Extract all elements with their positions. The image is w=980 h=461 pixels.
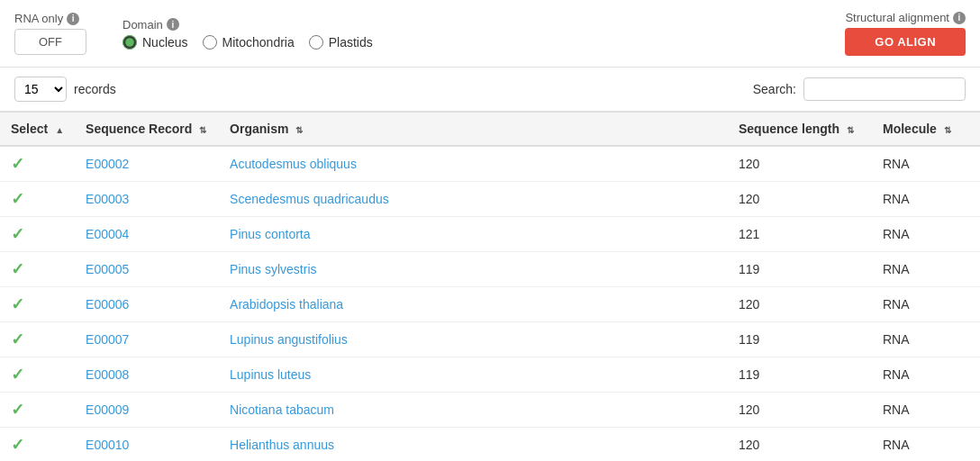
select-cell[interactable]: ✓ [0, 287, 75, 322]
domain-label: Domain i [122, 18, 373, 32]
molecule-cell: RNA [872, 322, 980, 357]
organism-cell[interactable]: Acutodesmus obliquus [219, 146, 728, 182]
domain-radio-group: Nucleus Mitochondria Plastids [122, 35, 373, 50]
sequence-length-cell: 120 [728, 428, 872, 462]
sort-arrow-select: ▲ [55, 125, 64, 135]
table-row: ✓E00008Lupinus luteus119RNA [0, 357, 980, 393]
molecule-cell: RNA [872, 217, 980, 252]
search-right: Search: [753, 77, 966, 101]
nucleus-label: Nucleus [142, 35, 188, 50]
molecule-cell: RNA [872, 287, 980, 322]
rna-only-info-icon[interactable]: i [67, 13, 79, 25]
rna-only-section: RNA only i OFF [14, 12, 86, 55]
radio-plastids[interactable]: Plastids [309, 35, 373, 50]
rna-only-text: RNA only [14, 12, 63, 25]
mitochondria-label: Mitochondria [222, 35, 295, 50]
table-controls: 10 15 25 50 100 records Search: [0, 68, 980, 112]
data-table: Select ▲ Sequence Record ⇅ Organism ⇅ Se… [0, 112, 980, 461]
top-bar: RNA only i OFF Domain i Nucleus Mitochon… [0, 0, 980, 68]
sequence-record-cell[interactable]: E00007 [75, 322, 219, 357]
sort-arrow-len: ⇅ [847, 125, 854, 135]
sequence-length-cell: 119 [728, 322, 872, 357]
checkmark-icon: ✓ [11, 330, 24, 348]
organism-cell[interactable]: Nicotiana tabacum [219, 393, 728, 428]
structural-text: Structural alignment [845, 11, 949, 24]
sequence-length-cell: 120 [728, 146, 872, 182]
organism-cell[interactable]: Arabidopsis thaliana [219, 287, 728, 322]
checkmark-icon: ✓ [11, 295, 24, 313]
table-row: ✓E00002Acutodesmus obliquus120RNA [0, 146, 980, 182]
search-input[interactable] [803, 77, 966, 101]
sequence-record-cell[interactable]: E00006 [75, 287, 219, 322]
table-row: ✓E00006Arabidopsis thaliana120RNA [0, 287, 980, 322]
sequence-record-cell[interactable]: E00004 [75, 217, 219, 252]
plastids-label: Plastids [329, 35, 373, 50]
select-cell[interactable]: ✓ [0, 217, 75, 252]
table-header-row: Select ▲ Sequence Record ⇅ Organism ⇅ Se… [0, 113, 980, 147]
structural-info-icon[interactable]: i [953, 12, 966, 24]
table-row: ✓E00007Lupinus angustifolius119RNA [0, 322, 980, 357]
table-row: ✓E00009Nicotiana tabacum120RNA [0, 393, 980, 428]
sequence-record-cell[interactable]: E00010 [75, 428, 219, 462]
checkmark-icon: ✓ [11, 366, 24, 384]
go-align-button[interactable]: GO ALIGN [845, 28, 966, 56]
table-row: ✓E00003Scenedesmus quadricaudus120RNA [0, 182, 980, 217]
sequence-record-cell[interactable]: E00005 [75, 252, 219, 287]
sequence-length-cell: 120 [728, 393, 872, 428]
sequence-length-cell: 119 [728, 357, 872, 393]
molecule-cell: RNA [872, 146, 980, 182]
rna-only-label: RNA only i [14, 12, 86, 25]
col-header-select[interactable]: Select ▲ [0, 113, 75, 147]
records-per-page-select[interactable]: 10 15 25 50 100 [14, 77, 67, 102]
records-label: records [74, 82, 116, 96]
domain-info-icon[interactable]: i [167, 18, 179, 31]
organism-cell[interactable]: Pinus contorta [219, 217, 728, 252]
sequence-length-cell: 121 [728, 217, 872, 252]
organism-cell[interactable]: Helianthus annuus [219, 428, 728, 462]
select-cell[interactable]: ✓ [0, 146, 75, 182]
records-left: 10 15 25 50 100 records [14, 77, 116, 102]
select-cell[interactable]: ✓ [0, 252, 75, 287]
select-cell[interactable]: ✓ [0, 357, 75, 393]
sequence-record-cell[interactable]: E00002 [75, 146, 219, 182]
organism-cell[interactable]: Lupinus angustifolius [219, 322, 728, 357]
radio-mitochondria[interactable]: Mitochondria [203, 35, 295, 50]
sequence-record-cell[interactable]: E00009 [75, 393, 219, 428]
sequence-record-cell[interactable]: E00003 [75, 182, 219, 217]
organism-cell[interactable]: Lupinus luteus [219, 357, 728, 393]
rna-toggle-button[interactable]: OFF [14, 29, 86, 55]
col-header-sequence-length[interactable]: Sequence length ⇅ [728, 113, 872, 147]
table-row: ✓E00004Pinus contorta121RNA [0, 217, 980, 252]
sort-arrow-mol: ⇅ [944, 125, 951, 135]
table-row: ✓E00010Helianthus annuus120RNA [0, 428, 980, 462]
checkmark-icon: ✓ [11, 436, 24, 454]
structural-label: Structural alignment i [845, 11, 966, 24]
col-header-organism[interactable]: Organism ⇅ [219, 113, 728, 147]
sequence-length-cell: 119 [728, 252, 872, 287]
col-header-sequence-record[interactable]: Sequence Record ⇅ [75, 113, 219, 147]
sequence-length-cell: 120 [728, 182, 872, 217]
col-header-molecule[interactable]: Molecule ⇅ [872, 113, 980, 147]
checkmark-icon: ✓ [11, 260, 24, 278]
select-cell[interactable]: ✓ [0, 393, 75, 428]
sequence-record-cell[interactable]: E00008 [75, 357, 219, 393]
sort-arrow-seq: ⇅ [199, 125, 206, 135]
checkmark-icon: ✓ [11, 225, 24, 243]
checkmark-icon: ✓ [11, 190, 24, 208]
organism-cell[interactable]: Pinus sylvestris [219, 252, 728, 287]
molecule-cell: RNA [872, 428, 980, 462]
organism-cell[interactable]: Scenedesmus quadricaudus [219, 182, 728, 217]
sort-arrow-org: ⇅ [295, 125, 303, 135]
checkmark-icon: ✓ [11, 401, 24, 419]
molecule-cell: RNA [872, 393, 980, 428]
structural-alignment-section: Structural alignment i GO ALIGN [845, 11, 966, 56]
molecule-cell: RNA [872, 357, 980, 393]
select-cell[interactable]: ✓ [0, 428, 75, 462]
search-label: Search: [753, 82, 796, 96]
select-cell[interactable]: ✓ [0, 322, 75, 357]
radio-nucleus[interactable]: Nucleus [122, 35, 188, 50]
domain-section: Domain i Nucleus Mitochondria Plastids [122, 18, 373, 50]
select-cell[interactable]: ✓ [0, 182, 75, 217]
molecule-cell: RNA [872, 252, 980, 287]
table-row: ✓E00005Pinus sylvestris119RNA [0, 252, 980, 287]
